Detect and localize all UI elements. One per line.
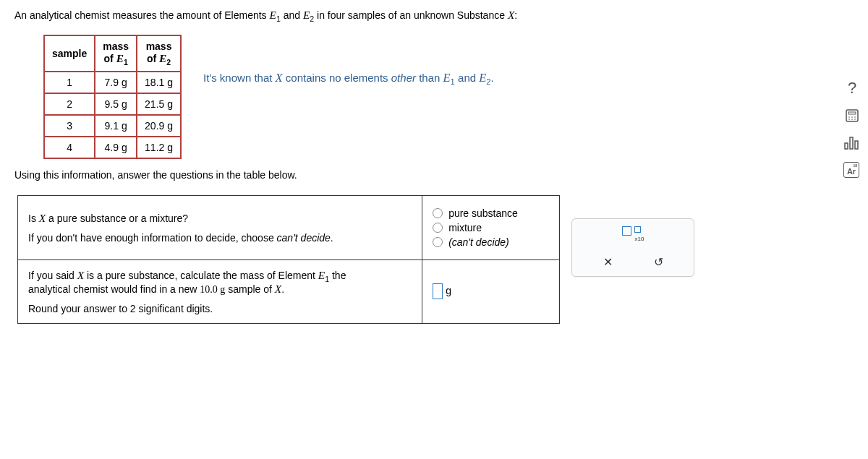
option-cant-decide[interactable]: (can't decide) bbox=[433, 236, 549, 248]
help-icon[interactable]: ? bbox=[843, 80, 861, 97]
col-mass-e1: mass of E1 bbox=[95, 35, 137, 72]
radio-icon bbox=[433, 237, 443, 247]
calculator-icon[interactable] bbox=[843, 107, 861, 124]
data-table: sample mass of E1 mass of E2 17.9 g18.1 … bbox=[43, 35, 182, 159]
svg-rect-1 bbox=[848, 112, 856, 114]
exponent-placeholder-icon[interactable] bbox=[634, 226, 641, 233]
option-mixture[interactable]: mixture bbox=[433, 222, 549, 233]
side-note: It's known that X contains no elements o… bbox=[203, 71, 494, 86]
svg-rect-10 bbox=[855, 141, 858, 149]
col-mass-e2: mass of E2 bbox=[137, 35, 181, 72]
svg-point-3 bbox=[851, 116, 853, 118]
bar-chart-icon[interactable] bbox=[843, 134, 861, 152]
svg-rect-9 bbox=[850, 137, 853, 149]
svg-point-6 bbox=[851, 119, 853, 120]
periodic-table-icon[interactable]: 18 Ar bbox=[843, 162, 859, 178]
radio-icon bbox=[433, 208, 443, 218]
unit-g: g bbox=[446, 285, 451, 296]
reset-button[interactable]: ↺ bbox=[654, 255, 663, 269]
table-row: 29.5 g21.5 g bbox=[44, 93, 181, 115]
icon-rail: ? 18 Ar bbox=[843, 80, 861, 178]
svg-point-4 bbox=[854, 116, 856, 118]
clear-button[interactable]: ✕ bbox=[603, 255, 613, 269]
radio-icon bbox=[433, 223, 443, 233]
x10-label: x10 bbox=[635, 236, 644, 242]
table-row: 44.9 g11.2 g bbox=[44, 137, 181, 158]
table-row: 17.9 g18.1 g bbox=[44, 72, 181, 93]
svg-point-5 bbox=[848, 119, 850, 120]
option-label: mixture bbox=[448, 222, 482, 233]
q2-prompt: If you said X is a pure substance, calcu… bbox=[18, 259, 422, 324]
using-line: Using this information, answer the quest… bbox=[14, 169, 854, 181]
helper-panel: x10 ✕ ↺ bbox=[571, 218, 694, 277]
col-sample: sample bbox=[44, 35, 95, 72]
intro-text: An analytical chemist measures the amoun… bbox=[14, 9, 854, 23]
input-placeholder-icon[interactable] bbox=[622, 226, 631, 236]
svg-point-7 bbox=[854, 119, 856, 120]
option-pure-substance[interactable]: pure substance bbox=[433, 207, 549, 219]
option-label: (can't decide) bbox=[448, 236, 509, 248]
mass-input[interactable] bbox=[433, 283, 443, 299]
table-row: 39.1 g20.9 g bbox=[44, 115, 181, 137]
svg-point-2 bbox=[848, 116, 850, 118]
q1-answers: pure substance mixture (can't decide) bbox=[422, 195, 560, 259]
question-table: Is X a pure substance or a mixture? If y… bbox=[17, 195, 560, 325]
option-label: pure substance bbox=[448, 207, 518, 219]
q1-prompt: Is X a pure substance or a mixture? If y… bbox=[18, 195, 422, 259]
q2-answer: g bbox=[422, 259, 560, 324]
svg-rect-8 bbox=[845, 143, 848, 149]
